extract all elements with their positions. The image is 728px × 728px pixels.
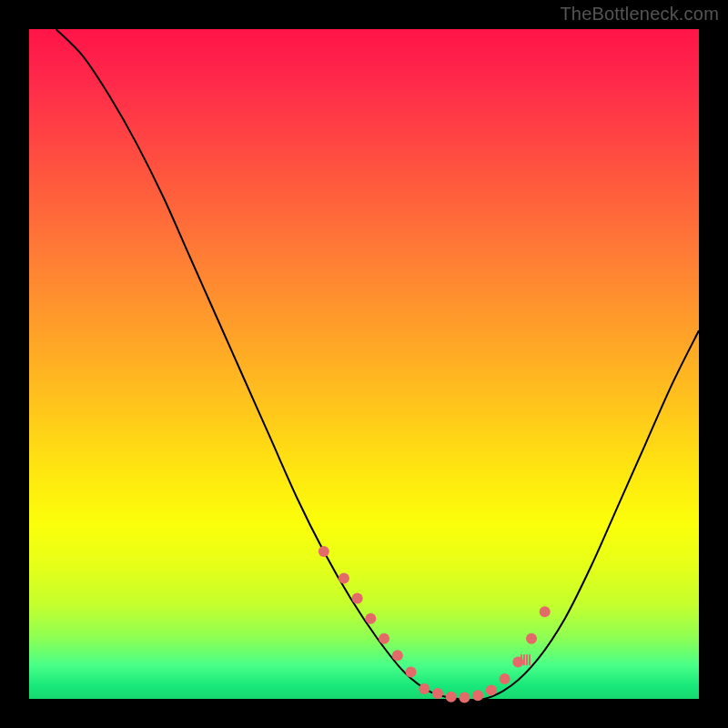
curve-marker-dot [446, 692, 457, 703]
watermark-text: TheBottleneck.com [560, 4, 719, 25]
curve-marker-dot [406, 667, 417, 678]
curve-marker-dot [526, 633, 537, 644]
curve-marker-dot [540, 606, 551, 617]
chart-gradient-background [29, 29, 699, 699]
curve-marker-dot [459, 693, 470, 703]
curve-marker-dot [419, 683, 430, 694]
bottleneck-curve-line [56, 29, 699, 700]
curve-marker-dot [392, 650, 403, 661]
curve-marker-dot [318, 546, 329, 557]
curve-marker-dot [339, 573, 349, 584]
bottleneck-curve-svg [29, 29, 699, 699]
curve-marker-dot [472, 690, 483, 701]
curve-marker-dot [352, 593, 363, 604]
curve-marker-dot [365, 613, 376, 624]
curve-marker-dot [379, 633, 389, 644]
curve-marker-dot [486, 684, 497, 695]
curve-marker-dot [432, 688, 443, 699]
curve-marker-dot [500, 673, 511, 684]
curve-markers-group [318, 546, 551, 703]
